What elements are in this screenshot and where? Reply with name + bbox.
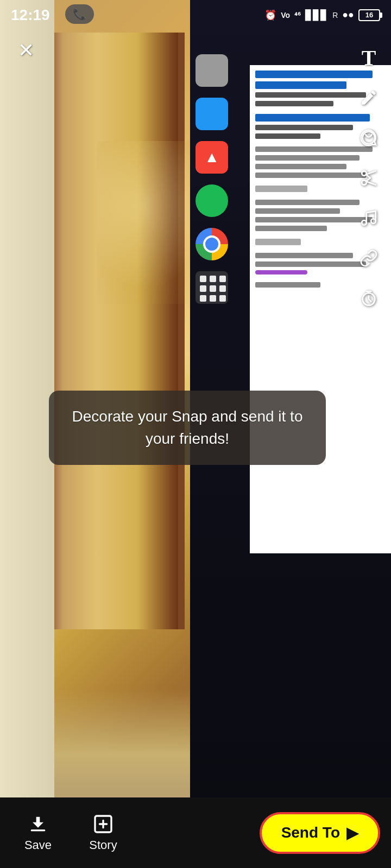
timer-tool-button[interactable] [355, 284, 383, 312]
save-icon [27, 813, 49, 835]
music-tool-button[interactable] [355, 204, 383, 232]
svg-line-3 [366, 171, 376, 174]
x-icon: ✕ [18, 39, 34, 62]
send-to-label: Send To [281, 824, 340, 841]
close-button[interactable]: ✕ [11, 35, 41, 65]
right-toolbar: T [355, 43, 383, 312]
save-button[interactable]: Save [11, 813, 65, 852]
story-button[interactable]: Story [76, 813, 130, 852]
blue-app-icon [195, 98, 228, 130]
sticker-icon [360, 129, 378, 147]
link-icon [360, 249, 378, 267]
link-tool-button[interactable] [355, 244, 383, 272]
story-label: Story [89, 838, 117, 852]
red-app-icon: ▲ [195, 141, 228, 174]
text-tool-button[interactable]: T [355, 43, 383, 72]
scissors-tool-button[interactable] [355, 164, 383, 192]
svg-line-5 [366, 175, 370, 178]
chrome-icon [195, 228, 228, 260]
pencil-tool-button[interactable] [355, 84, 383, 112]
timer-icon [360, 289, 378, 308]
send-to-arrow-icon: ▶ [346, 824, 358, 842]
scissors-icon [360, 169, 378, 187]
text-tool-icon: T [362, 45, 376, 71]
save-label: Save [24, 838, 52, 852]
pencil-icon [360, 88, 378, 107]
spotify-icon [195, 184, 228, 217]
svg-point-7 [362, 220, 367, 225]
svg-point-8 [371, 219, 376, 224]
svg-line-6 [366, 178, 370, 181]
music-icon [360, 209, 378, 227]
send-to-button[interactable]: Send To ▶ [260, 812, 380, 854]
gray-app-icon [195, 54, 228, 87]
sticker-tool-button[interactable] [355, 124, 383, 152]
story-icon [92, 813, 114, 835]
dots-grid-icon [195, 271, 228, 304]
app-icons-strip: ▲ [190, 54, 234, 304]
svg-line-4 [366, 181, 376, 184]
svg-rect-10 [31, 829, 46, 831]
